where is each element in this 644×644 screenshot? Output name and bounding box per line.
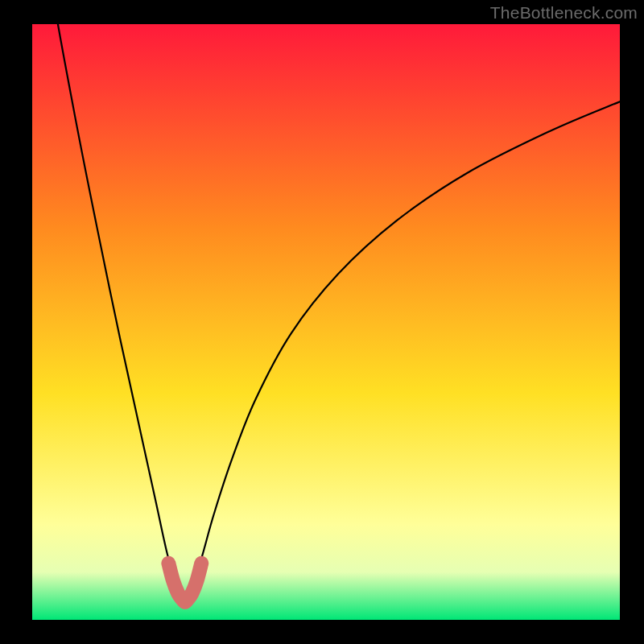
plot-svg (32, 24, 620, 620)
gradient-background (32, 24, 620, 620)
chart-frame: TheBottleneck.com (0, 0, 644, 644)
watermark-text: TheBottleneck.com (490, 3, 638, 23)
plot-area (32, 24, 620, 620)
